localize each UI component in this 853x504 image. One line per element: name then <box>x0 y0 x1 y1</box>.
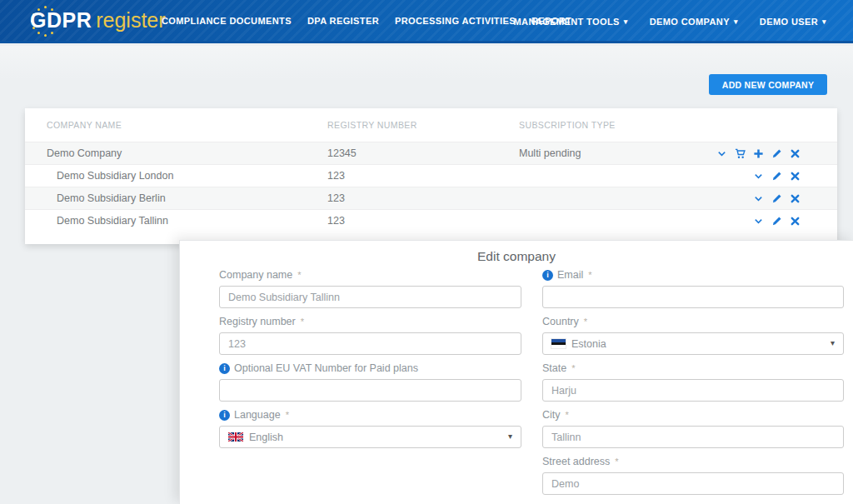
row-actions <box>753 210 801 232</box>
registry-number-cell: 123 <box>327 192 345 204</box>
language-select[interactable]: English ▾ <box>219 426 521 448</box>
top-navbar: GDPR register COMPLIANCE DOCUMENTS DPA R… <box>0 0 853 43</box>
chevron-down-icon: ▾ <box>831 338 835 347</box>
pencil-icon[interactable] <box>771 148 782 159</box>
field-label: City * <box>542 409 844 421</box>
required-marker: * <box>588 270 591 280</box>
nav-processing-activities[interactable]: PROCESSING ACTIVITIES <box>395 16 516 26</box>
company-name-input[interactable] <box>219 286 521 308</box>
chevron-down-icon: ▾ <box>734 17 738 26</box>
pencil-icon[interactable] <box>771 171 782 182</box>
nav-dropdown-label: MANAGEMENT TOOLS <box>514 17 620 27</box>
close-icon[interactable] <box>790 193 801 204</box>
column-header-subscription-type: SUBSCRIPTION TYPE <box>519 120 616 130</box>
add-new-company-button[interactable]: ADD NEW COMPANY <box>709 74 827 95</box>
table-header-row: COMPANY NAME REGISTRY NUMBER SUBSCRIPTIO… <box>25 108 837 142</box>
field-label-text: Street address <box>542 456 610 467</box>
estonia-flag-icon <box>551 339 566 348</box>
required-marker: * <box>301 317 304 327</box>
plus-icon[interactable] <box>753 148 764 159</box>
chevron-down-icon[interactable] <box>753 171 764 182</box>
field-label: i Optional EU VAT Number for Paid plans <box>219 362 521 374</box>
required-marker: * <box>286 410 289 420</box>
state-field-group: State * <box>542 362 844 402</box>
language-select-value: English <box>249 432 283 443</box>
page-background: ADD NEW COMPANY COMPANY NAME REGISTRY NU… <box>0 46 853 504</box>
email-field-group: i Email * <box>542 269 844 308</box>
field-label-text: City <box>542 409 561 421</box>
column-header-registry-number: REGISTRY NUMBER <box>327 120 417 130</box>
field-label: i Language * <box>219 409 521 421</box>
table-row: Demo Subsidiary Berlin 123 <box>25 187 837 209</box>
row-actions <box>753 165 801 187</box>
city-input[interactable] <box>542 426 844 448</box>
country-field-group: Country * Estonia ▾ <box>542 316 844 355</box>
field-label: Registry number * <box>219 316 521 327</box>
field-label-text: State <box>542 362 566 374</box>
cart-icon[interactable] <box>735 148 746 159</box>
required-marker: * <box>571 363 575 373</box>
table-row: Demo Subsidiary Tallinn 123 <box>25 209 837 232</box>
chevron-down-icon: ▾ <box>508 432 512 441</box>
street-address-field-group: Street address * <box>542 456 844 495</box>
close-icon[interactable] <box>790 148 801 159</box>
companies-table-card: COMPANY NAME REGISTRY NUMBER SUBSCRIPTIO… <box>25 108 837 244</box>
company-name-field-group: Company name * <box>219 269 521 308</box>
registry-number-cell: 123 <box>327 215 345 227</box>
chevron-down-icon[interactable] <box>716 148 727 159</box>
subscription-type-cell: Multi pending <box>519 147 581 159</box>
pencil-icon[interactable] <box>771 216 782 227</box>
registry-number-cell: 12345 <box>327 147 357 159</box>
required-marker: * <box>297 270 301 280</box>
field-label: i Email * <box>542 269 844 281</box>
chevron-down-icon[interactable] <box>753 193 764 204</box>
street-address-input[interactable] <box>542 472 844 495</box>
logo-text-gdpr: GDPR <box>30 8 92 32</box>
country-select[interactable]: Estonia ▾ <box>542 332 844 355</box>
nav-demo-company-dropdown[interactable]: DEMO COMPANY ▾ <box>650 17 738 27</box>
registry-number-field-group: Registry number * <box>219 316 521 355</box>
nav-demo-user-dropdown[interactable]: DEMO USER ▾ <box>760 17 826 27</box>
field-label-text: Country <box>542 316 579 327</box>
required-marker: * <box>584 317 587 327</box>
nav-dropdown-label: DEMO USER <box>760 17 818 27</box>
company-name-cell: Demo Subsidiary Tallinn <box>57 215 168 227</box>
state-input[interactable] <box>542 379 844 402</box>
form-column-right: i Email * Country * Estonia ▾ <box>542 269 844 502</box>
field-label: Country * <box>542 316 844 327</box>
nav-management-tools-dropdown[interactable]: MANAGEMENT TOOLS ▾ <box>514 17 628 27</box>
company-name-cell: Demo Company <box>47 147 122 159</box>
nav-dropdown-group: MANAGEMENT TOOLS ▾ DEMO COMPANY ▾ DEMO U… <box>514 0 826 43</box>
email-input[interactable] <box>542 286 844 308</box>
table-row: Demo Company 12345 Multi pending <box>25 142 837 164</box>
row-actions <box>716 142 801 165</box>
language-field-group: i Language * English ▾ <box>219 409 521 448</box>
nav-dpa-register[interactable]: DPA REGISTER <box>307 16 379 26</box>
nav-compliance-documents[interactable]: COMPLIANCE DOCUMENTS <box>162 16 292 26</box>
registry-number-cell: 123 <box>327 170 345 182</box>
edit-company-modal: Edit company Company name * Registry num… <box>179 240 853 504</box>
close-icon[interactable] <box>790 216 801 227</box>
form-column-left: Company name * Registry number * i Optio… <box>219 269 521 456</box>
row-actions <box>753 187 801 210</box>
chevron-down-icon[interactable] <box>753 216 764 227</box>
field-label-text: Language <box>234 409 281 421</box>
nav-dropdown-label: DEMO COMPANY <box>650 17 730 27</box>
info-icon: i <box>219 363 230 374</box>
column-header-company-name: COMPANY NAME <box>47 120 122 130</box>
uk-flag-icon <box>228 432 243 442</box>
company-name-cell: Demo Subsidiary London <box>57 170 173 182</box>
field-label: Street address * <box>542 456 844 467</box>
country-select-value: Estonia <box>571 338 606 350</box>
field-label-text: Company name <box>219 269 292 281</box>
company-name-cell: Demo Subsidiary Berlin <box>57 192 166 204</box>
info-icon: i <box>542 270 553 281</box>
chevron-down-icon: ▾ <box>822 17 826 26</box>
pencil-icon[interactable] <box>771 193 782 204</box>
required-marker: * <box>615 457 618 467</box>
gdpr-register-logo[interactable]: GDPR register <box>30 0 155 42</box>
close-icon[interactable] <box>790 171 801 182</box>
vat-number-input[interactable] <box>219 379 521 402</box>
registry-number-input[interactable] <box>219 332 521 355</box>
field-label: State * <box>542 362 844 374</box>
